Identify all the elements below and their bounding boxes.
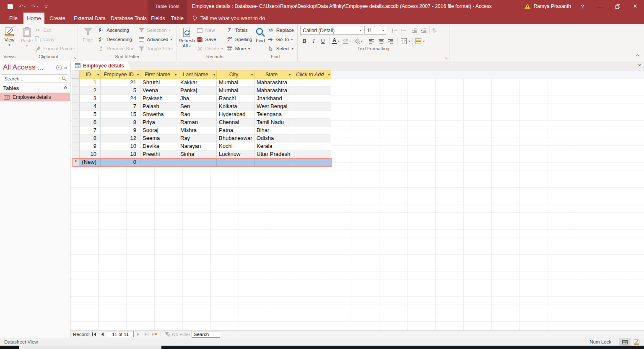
underline-button[interactable]: U (319, 36, 327, 46)
table-cell[interactable]: Kolkata (217, 103, 254, 111)
decrease-indent-button[interactable] (412, 28, 418, 33)
table-cell[interactable]: 7 (80, 127, 101, 134)
find-button[interactable]: Find (255, 26, 266, 43)
row-selector[interactable] (72, 103, 80, 111)
tab-home[interactable]: Home (23, 13, 44, 24)
paste-button[interactable]: Paste▾ (21, 26, 33, 48)
table-cell[interactable]: Maharashtra (254, 87, 292, 95)
no-filter-icon[interactable] (164, 331, 171, 337)
undo-icon[interactable]: ↶▾ (19, 3, 26, 9)
table-cell[interactable]: 1 (80, 79, 101, 87)
close-object-icon[interactable]: × (638, 62, 641, 68)
table-cell[interactable]: 6 (80, 119, 101, 127)
table-cell[interactable]: Sen (178, 103, 217, 111)
table-cell[interactable]: Mishra (178, 127, 217, 134)
table-cell[interactable]: 9 (80, 142, 101, 150)
table-cell[interactable]: 4 (80, 103, 101, 111)
table-cell[interactable]: 18 (101, 150, 140, 158)
increase-indent-button[interactable] (421, 28, 427, 33)
table-cell[interactable]: Narayan (178, 142, 217, 150)
column-dropdown-icon[interactable]: ▾ (175, 73, 177, 77)
view-button[interactable]: View▾ (2, 26, 17, 47)
new-row-cell[interactable]: (New) (80, 158, 101, 166)
table-cell[interactable] (292, 95, 331, 103)
fill-dropdown-icon[interactable]: ▾ (361, 39, 363, 43)
table-cell[interactable]: Bhubaneswar (217, 134, 254, 142)
gridlines-dropdown-icon[interactable]: ▾ (408, 39, 410, 43)
tab-database-tools[interactable]: Database Tools (109, 13, 148, 24)
tab-table[interactable]: Table (168, 13, 187, 24)
table-cell[interactable]: Ranchi (217, 95, 254, 103)
rtl-button[interactable]: ¶▾ (432, 28, 436, 34)
refresh-all-button[interactable]: RefreshAll ▾ (179, 26, 195, 49)
font-size-combo[interactable]: 11▾ (364, 26, 386, 35)
align-center-button[interactable] (377, 39, 386, 44)
new-row-cell[interactable]: 0 (101, 158, 140, 166)
totals-button[interactable]: ΣTotals (225, 26, 254, 35)
table-cell[interactable]: Raman (178, 119, 217, 127)
tab-create[interactable]: Create (44, 13, 70, 24)
table-cell[interactable]: Telengana (254, 111, 292, 119)
more-button[interactable]: More▾ (225, 44, 254, 53)
nav-item-employee-details[interactable]: Employee details (0, 93, 70, 101)
nav-section-tables[interactable]: Tables (0, 84, 70, 93)
font-color-dropdown-icon[interactable]: ▾ (338, 39, 340, 43)
new-blank-record-button[interactable] (151, 332, 158, 337)
font-name-combo[interactable]: Calibri (Detail)▾ (300, 26, 363, 35)
alternate-row-color-dropdown-icon[interactable]: ▾ (423, 39, 425, 43)
table-cell[interactable]: 21 (101, 79, 140, 87)
table-cell[interactable] (292, 87, 331, 95)
tell-me-box[interactable]: Tell me what you want to do (192, 13, 265, 24)
tab-file[interactable]: File (3, 13, 23, 24)
table-cell[interactable]: 2 (80, 87, 101, 95)
table-cell[interactable]: Shruthi (140, 79, 178, 87)
table-cell[interactable]: 9 (101, 127, 140, 134)
redo-icon[interactable]: ↷▾ (31, 3, 38, 9)
replace-button[interactable]: abReplace (266, 26, 296, 35)
background-fill-button[interactable] (354, 38, 360, 44)
selection-button[interactable]: Selection▾ (136, 26, 175, 35)
row-selector[interactable] (72, 95, 80, 103)
new-record-row[interactable]: *(New)0 (72, 158, 331, 166)
new-row-cell[interactable] (292, 158, 331, 166)
table-cell[interactable]: Jha (178, 95, 217, 103)
format-painter-button[interactable]: Format Painter (33, 44, 77, 53)
table-cell[interactable]: 8 (80, 134, 101, 142)
table-cell[interactable]: Preethi (140, 150, 178, 158)
table-cell[interactable]: Uttar Pradesh (254, 150, 292, 158)
table-cell[interactable]: Priya (140, 119, 178, 127)
nav-menu-icon[interactable]: ▾ (56, 65, 62, 70)
previous-record-button[interactable] (99, 332, 106, 337)
table-cell[interactable]: 7 (101, 103, 140, 111)
filter-button[interactable]: Filter (80, 26, 96, 42)
document-tab-employee-details[interactable]: Employee details (71, 61, 131, 70)
toggle-filter-button[interactable]: Toggle Filter (136, 44, 175, 53)
table-cell[interactable] (292, 119, 331, 127)
column-dropdown-icon[interactable]: ▾ (213, 73, 215, 77)
table-cell[interactable] (292, 134, 331, 142)
table-cell[interactable]: 10 (101, 142, 140, 150)
table-cell[interactable]: Hyderabad (217, 111, 254, 119)
table-cell[interactable]: Tamil Nadu (254, 119, 292, 127)
remove-sort-button[interactable]: AZRemove Sort (96, 44, 136, 53)
delete-record-button[interactable]: Delete▾ (195, 44, 225, 53)
table-cell[interactable]: 10 (80, 150, 101, 158)
collapse-ribbon-button[interactable] (636, 53, 639, 59)
column-header-city[interactable]: City▾ (217, 70, 254, 79)
close-button[interactable]: × (626, 0, 644, 13)
table-cell[interactable]: Pankaj (178, 87, 217, 95)
column-dropdown-icon[interactable]: ▾ (328, 73, 330, 77)
table-cell[interactable] (292, 79, 331, 87)
table-cell[interactable]: 5 (80, 111, 101, 119)
font-color-button[interactable]: A (332, 38, 337, 44)
column-header-last-name[interactable]: Last Name▾ (178, 70, 217, 79)
table-cell[interactable]: Sinha (178, 150, 217, 158)
cut-button[interactable]: ✂Cut (33, 26, 77, 35)
save-record-button[interactable]: Save (195, 35, 225, 44)
save-icon[interactable] (8, 4, 13, 9)
new-row-cell[interactable] (140, 158, 178, 166)
table-cell[interactable]: Chennai (217, 119, 254, 127)
row-selector[interactable] (72, 127, 80, 134)
column-dropdown-icon[interactable]: ▾ (137, 73, 139, 77)
row-selector[interactable] (72, 134, 80, 142)
